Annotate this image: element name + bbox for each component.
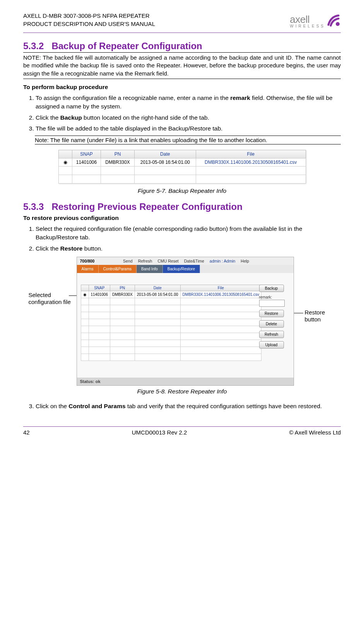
svg-point-0	[336, 22, 340, 26]
cell-pn: DMBR330X	[101, 158, 134, 166]
section-title-text: Backup of Repeater Configuration	[51, 41, 202, 51]
table-row[interactable]: ◉ 11401006 DMBR330X 2013-05-08 16:54:01.…	[81, 291, 261, 298]
step-bold: Control and Params	[68, 403, 125, 409]
col-radio	[81, 285, 89, 291]
app-topbar: 700/800 Send Refresh CMU Reset Date&Time…	[77, 257, 294, 265]
note-small: Note: The file name (under File) is a li…	[35, 136, 341, 144]
col-radio	[58, 150, 72, 158]
logo-sub: WIRELESS	[290, 24, 325, 28]
subheading-restore: To restore previous configuration	[23, 215, 341, 222]
header-line1: AXELL D-MBR 3007-3008-PS NFPA REPEATER	[23, 12, 155, 20]
step-text: Click the	[36, 114, 60, 121]
remark-label: remark:	[259, 295, 288, 299]
fig-5-7-caption: Figure 5-7. Backup Repeater Info	[23, 187, 341, 194]
footer-page: 42	[23, 429, 30, 436]
step-1: Select the required configuration file (…	[36, 225, 341, 242]
step-2: Click the Backup button located on the r…	[36, 113, 341, 122]
tab-alarms[interactable]: Alarms	[77, 265, 99, 273]
backup-button[interactable]: Backup	[259, 285, 284, 292]
cell-snap: 11401006	[89, 291, 110, 298]
cell-file-link[interactable]: DMBR330X.11401006.20130508165401.csv	[196, 158, 306, 166]
app-window: 700/800 Send Refresh CMU Reset Date&Time…	[77, 257, 294, 386]
col-date: Date	[134, 150, 196, 158]
delete-button[interactable]: Delete	[259, 320, 284, 328]
step-text: Click on the	[36, 403, 68, 409]
step-3: Click on the Control and Params tab and …	[36, 402, 341, 410]
callout-right: Restore button	[305, 309, 336, 323]
step-text: tab and verify that the required configu…	[126, 403, 322, 409]
col-snap: SNAP	[72, 150, 101, 158]
step-text: button.	[82, 245, 103, 252]
table-row	[81, 319, 261, 326]
section-title-text: Restoring Previous Repeater Configuratio…	[51, 201, 242, 212]
menu-admin[interactable]: admin : Admin	[210, 259, 236, 263]
status-bar: Status: ok	[77, 378, 294, 385]
callout-line-left	[69, 295, 77, 296]
backup-steps: To assign the configuration file a recog…	[23, 94, 341, 133]
table-row	[81, 298, 261, 305]
restore-button[interactable]: Restore	[259, 310, 284, 317]
footer-doc: UMCD00013 Rev 2.2	[132, 429, 187, 436]
step-3: The file will be added to the table disp…	[36, 124, 341, 133]
radio-icon[interactable]: ◉	[58, 158, 72, 166]
col-date: Date	[135, 285, 180, 291]
step-text: Click the	[36, 245, 60, 252]
menu-datetime[interactable]: Date&Time	[184, 259, 204, 263]
cell-snap: 11401006	[72, 158, 101, 166]
step-bold: Backup	[60, 114, 82, 121]
cell-date: 2013-05-08 16:54:01.00	[134, 158, 196, 166]
menu-refresh[interactable]: Refresh	[138, 259, 152, 263]
fig-5-8-caption: Figure 5-8. Restore Repeater Info	[23, 388, 341, 395]
tab-band-info[interactable]: Band Info	[137, 265, 163, 273]
table-row	[81, 347, 261, 354]
section-num: 5.3.3	[23, 201, 44, 212]
logo-text: axell	[290, 14, 309, 25]
cell-pn: DMBR330X	[110, 291, 135, 298]
menu-reset[interactable]: CMU Reset	[157, 259, 178, 263]
menu-help[interactable]: Help	[241, 259, 249, 263]
col-snap: SNAP	[89, 285, 110, 291]
backup-table: SNAP PN Date File ◉ 11401006 DMBR330X 20…	[58, 150, 306, 184]
footer-copy: © Axell Wireless Ltd	[289, 429, 341, 436]
col-file: File	[196, 150, 306, 158]
table-row	[58, 166, 306, 175]
step-text: To assign the configuration file a recog…	[36, 94, 230, 101]
menu-send[interactable]: Send	[123, 259, 133, 263]
side-buttons: Backup remark: Restore Delete Refresh Up…	[259, 285, 288, 352]
page-footer: 42 UMCD00013 Rev 2.2 © Axell Wireless Lt…	[23, 426, 341, 436]
app-name: 700/800	[80, 259, 95, 263]
restore-table: SNAP PN Date File ◉ 11401006 DMBR330X 20…	[81, 285, 262, 361]
section-5-3-2-title: 5.3.2 Backup of Repeater Configuration	[23, 41, 341, 52]
app-tabs: Alarms Control&Params Band Info Backup/R…	[77, 265, 294, 273]
tab-backup-restore[interactable]: Backup/Restore	[163, 265, 200, 273]
section-5-3-3-title: 5.3.3 Restoring Previous Repeater Config…	[23, 201, 341, 212]
callout-left: Selected configuration file	[29, 292, 71, 306]
cell-file-link[interactable]: DMBR330X.11401006.20130508165401.csv	[180, 291, 261, 298]
refresh-button[interactable]: Refresh	[259, 331, 284, 338]
col-pn: PN	[101, 150, 134, 158]
table-row	[58, 175, 306, 183]
step-1: To assign the configuration file a recog…	[36, 94, 341, 111]
table-row	[81, 305, 261, 312]
step-bold: Restore	[60, 245, 83, 252]
figure-5-7: SNAP PN Date File ◉ 11401006 DMBR330X 20…	[23, 150, 341, 184]
page-header: AXELL D-MBR 3007-3008-PS NFPA REPEATER P…	[23, 12, 341, 33]
note-box: NOTE: The backed file will automatically…	[23, 52, 341, 79]
tab-control-params[interactable]: Control&Params	[99, 265, 137, 273]
table-row	[81, 312, 261, 319]
app-body: SNAP PN Date File ◉ 11401006 DMBR330X 20…	[77, 273, 294, 378]
table-row	[81, 354, 261, 361]
step-bold: remark	[230, 94, 250, 101]
callout-line-right	[294, 313, 303, 313]
figure-5-8: Selected configuration file 700/800 Send…	[23, 257, 341, 386]
restore-steps-1: Select the required configuration file (…	[23, 225, 341, 253]
col-pn: PN	[110, 285, 135, 291]
restore-steps-2: Click on the Control and Params tab and …	[23, 402, 341, 410]
header-line2: PRODUCT DESCRIPTION AND USER'S MANUAL	[23, 20, 155, 28]
radio-icon[interactable]: ◉	[81, 291, 89, 298]
remark-input[interactable]	[259, 300, 285, 307]
upload-button[interactable]: Upload	[259, 341, 284, 349]
logo: axell WIRELESS	[290, 12, 341, 29]
table-row[interactable]: ◉ 11401006 DMBR330X 2013-05-08 16:54:01.…	[58, 158, 306, 166]
section-num: 5.3.2	[23, 41, 44, 51]
